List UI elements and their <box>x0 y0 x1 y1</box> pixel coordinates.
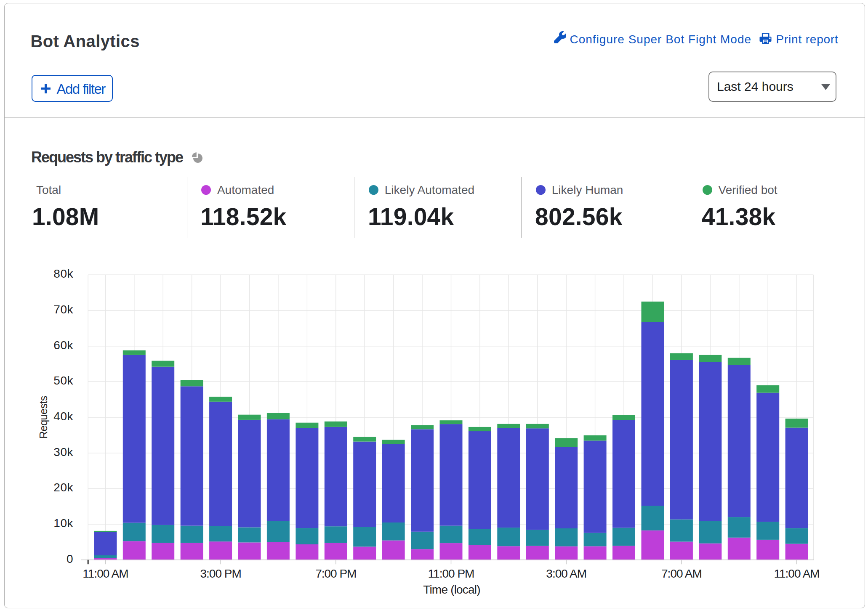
svg-text:11:00 PM: 11:00 PM <box>428 567 474 580</box>
svg-text:3:00 AM: 3:00 AM <box>546 567 586 580</box>
svg-text:11:00 AM: 11:00 AM <box>83 567 128 580</box>
svg-text:Requests: Requests <box>37 396 49 439</box>
svg-text:11:00 AM: 11:00 AM <box>774 567 819 580</box>
svg-text:Time (local): Time (local) <box>423 583 480 596</box>
svg-text:30k: 30k <box>53 446 73 459</box>
svg-text:3:00 PM: 3:00 PM <box>200 567 241 580</box>
svg-text:50k: 50k <box>53 374 73 387</box>
svg-text:60k: 60k <box>53 339 73 352</box>
svg-text:0: 0 <box>67 552 73 565</box>
svg-text:7:00 PM: 7:00 PM <box>315 567 356 580</box>
svg-text:20k: 20k <box>53 481 73 494</box>
svg-text:70k: 70k <box>53 303 73 316</box>
svg-text:40k: 40k <box>53 410 73 423</box>
svg-text:10k: 10k <box>53 517 73 530</box>
svg-text:7:00 AM: 7:00 AM <box>661 567 702 580</box>
svg-text:80k: 80k <box>53 267 73 280</box>
